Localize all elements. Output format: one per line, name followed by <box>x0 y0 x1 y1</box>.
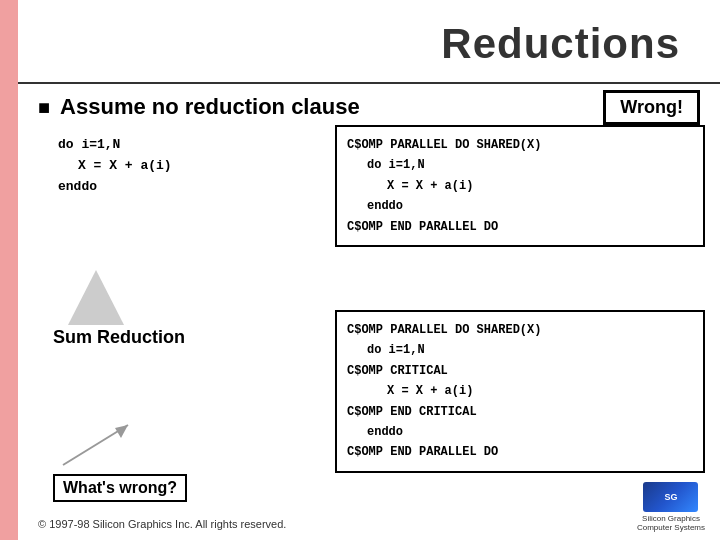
left-code-line3: enddo <box>58 177 172 198</box>
sum-reduction-label: Sum Reduction <box>53 327 185 348</box>
rc-line1: C$OMP PARALLEL DO SHARED(X) <box>347 135 693 155</box>
page-title: Reductions <box>441 20 680 68</box>
rc-line4: enddo <box>347 196 693 216</box>
title-divider <box>18 82 720 84</box>
rc-line5: C$OMP END PARALLEL DO <box>347 217 693 237</box>
triangle-arrow-icon <box>68 270 124 325</box>
left-code-block: do i=1,N X = X + a(i) enddo <box>58 135 172 197</box>
assume-section: ■ Assume no reduction clause <box>38 94 360 120</box>
sg-logo-box: SG <box>643 482 698 512</box>
rc2-line1: C$OMP PARALLEL DO SHARED(X) <box>347 320 693 340</box>
rc-line3: X = X + a(i) <box>347 176 693 196</box>
rc-line2: do i=1,N <box>347 155 693 175</box>
bullet-point: ■ <box>38 96 50 119</box>
rc2-line2: do i=1,N <box>347 340 693 360</box>
rc2-line3: C$OMP CRITICAL <box>347 361 693 381</box>
wrong-badge: Wrong! <box>603 90 700 125</box>
whats-wrong-container: What's wrong? <box>53 420 187 502</box>
rc2-line4: X = X + a(i) <box>347 381 693 401</box>
sg-logo: SG Silicon Graphics Computer Systems <box>637 482 705 532</box>
rc2-line5: C$OMP END CRITICAL <box>347 402 693 422</box>
correct-code-box: C$OMP PARALLEL DO SHARED(X) do i=1,N C$O… <box>335 310 705 473</box>
left-decorative-bar <box>0 0 18 540</box>
sg-company-name: Silicon Graphics Computer Systems <box>637 514 705 532</box>
rc2-line7: C$OMP END PARALLEL DO <box>347 442 693 462</box>
assume-text: Assume no reduction clause <box>60 94 360 120</box>
whats-wrong-label: What's wrong? <box>53 474 187 502</box>
footer-copyright: © 1997-98 Silicon Graphics Inc. All righ… <box>38 518 286 530</box>
sum-reduction-container: Sum Reduction <box>53 270 185 348</box>
rc2-line6: enddo <box>347 422 693 442</box>
main-content: Reductions Wrong! ■ Assume no reduction … <box>18 0 720 540</box>
sg-logo-text: SG <box>664 492 677 502</box>
left-code-line1: do i=1,N <box>58 135 172 156</box>
wrong-code-box: C$OMP PARALLEL DO SHARED(X) do i=1,N X =… <box>335 125 705 247</box>
diagonal-arrow-icon <box>53 420 143 470</box>
left-code-line2: X = X + a(i) <box>58 156 172 177</box>
